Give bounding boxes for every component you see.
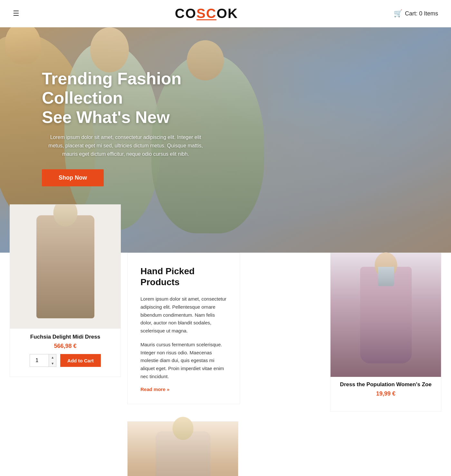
product-card-3: Fur Jacket 89,99 € (127, 421, 238, 476)
info-card-title: Hand Picked Products (140, 266, 227, 287)
cart-icon: 🛒 (394, 9, 402, 18)
logo-part2: OK (216, 6, 238, 21)
logo-highlight: SC (197, 6, 216, 21)
cart-label: Cart: 0 Items (405, 10, 438, 17)
cart[interactable]: 🛒 Cart: 0 Items (394, 9, 438, 18)
hero-description: Lorem ipsum dolor sit amet, consectetur … (42, 133, 209, 158)
product-2-price: 19,99 € (337, 390, 435, 397)
product-2-info: Dress the Population Women's Zoe 19,99 € (331, 377, 441, 405)
qty-up-button[interactable]: ▲ (49, 354, 56, 360)
hero-title: Trending Fashion Collection See What's N… (42, 69, 209, 127)
info-card: Hand Picked Products Lorem ipsum dolor s… (127, 253, 240, 404)
add-to-cart-button-1[interactable]: Add to Cart (60, 354, 101, 367)
product-1-info: Fuchsia Delight Midi Dress 566,98 € ▲ ▼ … (10, 329, 120, 370)
logo-part1: CO (175, 6, 197, 21)
logo[interactable]: COSCOK (175, 6, 238, 21)
info-card-text-2: Mauris cursus fermentum scelerisque. Int… (140, 341, 227, 381)
hero-content: Trending Fashion Collection See What's N… (42, 69, 209, 186)
product-card-1: Fuchsia Delight Midi Dress 566,98 € ▲ ▼ … (10, 204, 121, 377)
model-1-head (4, 27, 43, 66)
shop-now-button[interactable]: Shop Now (42, 169, 104, 186)
dress-figure (360, 267, 412, 363)
fur-figure (156, 431, 210, 476)
quantity-input-1[interactable] (30, 354, 49, 367)
bottom-section: Fur Jacket 89,99 € (0, 412, 451, 476)
middle-section: Fuchsia Delight Midi Dress 566,98 € ▲ ▼ … (0, 204, 451, 412)
header: ☰ COSCOK 🛒 Cart: 0 Items (0, 0, 451, 27)
coat-figure (36, 215, 94, 318)
model-2-head (90, 27, 129, 72)
product-card-2: Dress the Population Women's Zoe 19,99 € (330, 253, 441, 412)
quantity-stepper-1[interactable]: ▲ ▼ (49, 354, 56, 367)
product-1-name: Fuchsia Delight Midi Dress (16, 334, 114, 340)
menu-icon[interactable]: ☰ (13, 9, 19, 18)
read-more-link[interactable]: Read more » (140, 387, 169, 392)
product-2-image (331, 253, 441, 377)
product-1-actions: ▲ ▼ Add to Cart (16, 354, 114, 367)
product-3-image (128, 422, 238, 476)
product-2-name: Dress the Population Women's Zoe (337, 381, 435, 388)
product-1-price: 566,98 € (16, 343, 114, 350)
product-1-image (10, 205, 120, 329)
qty-down-button[interactable]: ▼ (49, 360, 56, 367)
info-card-text-1: Lorem ipsum dolor sit amet, consectetur … (140, 295, 227, 335)
